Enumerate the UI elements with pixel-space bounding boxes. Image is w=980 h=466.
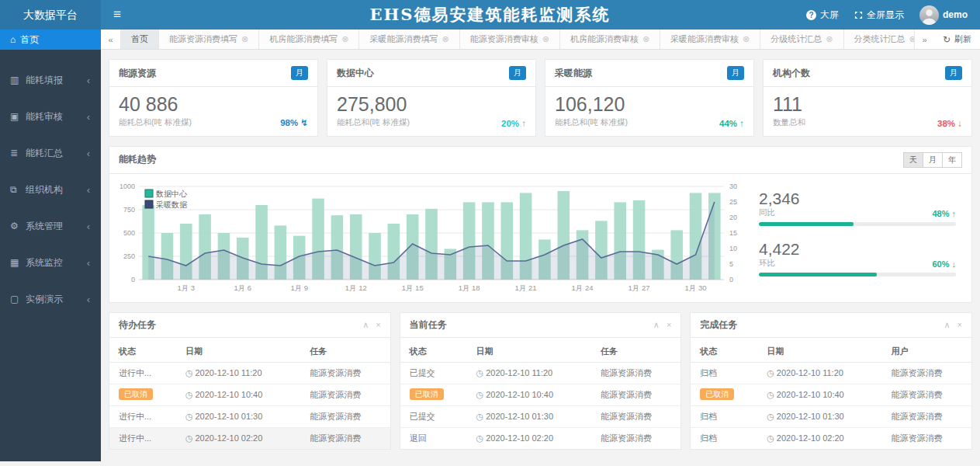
close-icon[interactable]: × <box>376 320 380 330</box>
task-panels-row: 待办任务∧×状态日期任务进行中...◷2020-12-10 11:20能源资源消… <box>109 312 972 450</box>
stat-value: 106,120 <box>555 93 628 116</box>
fullscreen-label: 全屏显示 <box>867 9 904 22</box>
svg-text:1月 9: 1月 9 <box>290 283 308 292</box>
task-table-header-row: 状态日期任务 <box>109 341 390 363</box>
sidebar-item[interactable]: ⧉组织机构‹ <box>0 172 101 208</box>
refresh-button[interactable]: ↻ 刷新 <box>934 30 980 49</box>
tab-label: 能源资源消费填写 <box>169 33 237 45</box>
tab-item[interactable]: 分类统计汇总⊗ <box>844 30 914 49</box>
fullscreen-icon <box>854 11 863 19</box>
tab-item[interactable]: 首页 <box>121 30 159 49</box>
tab-close-icon[interactable]: ⊗ <box>442 34 448 44</box>
sidebar-item[interactable]: ⚙系统管理‹ <box>0 208 101 245</box>
svg-text:1月 18: 1月 18 <box>459 283 480 292</box>
file-audit-icon: ▣ <box>10 99 21 135</box>
svg-text:750: 750 <box>123 206 135 214</box>
side-stat-value: 2,346 <box>759 190 800 207</box>
side-stat-top: 2,346同比48% ↑ <box>759 190 956 218</box>
tab-close-icon[interactable]: ⊗ <box>542 34 549 44</box>
svg-text:25: 25 <box>729 198 737 206</box>
date-cell: ◷2020-12-10 10:40 <box>176 384 300 405</box>
brand: 大数据平台 <box>0 0 101 30</box>
tab-close-icon[interactable]: ⊗ <box>642 34 649 44</box>
tab-item[interactable]: 能源资源消费填写⊗ <box>159 30 259 49</box>
month-badge[interactable]: 月 <box>727 66 744 80</box>
sidebar-item[interactable]: ▦系统监控‹ <box>0 245 101 281</box>
tab-item[interactable]: 分级统计汇总⊗ <box>760 30 843 49</box>
sidebar-item[interactable]: ≣能耗汇总‹ <box>0 135 101 172</box>
svg-text:1月 27: 1月 27 <box>629 283 650 292</box>
sidebar-item[interactable]: ▣能耗审核‹ <box>0 99 101 135</box>
close-icon[interactable]: × <box>957 320 962 330</box>
close-icon[interactable]: × <box>667 320 671 330</box>
date-cell: ◷2020-12-10 10:40 <box>757 384 881 405</box>
task-table-body: 归档◷2020-12-10 11:20能源资源消费已取消◷2020-12-10 … <box>691 362 971 449</box>
table-row: 已取消◷2020-12-10 10:40能源资源消费 <box>109 384 390 405</box>
table-row: 归档◷2020-12-10 02:20能源资源消费 <box>691 427 971 449</box>
stat-card-values: 111数量总和 <box>773 93 805 128</box>
side-stat-top: 4,422环比60% ↓ <box>759 240 956 269</box>
sidebar-item[interactable]: ▥能耗填报‹ <box>0 62 101 99</box>
table-row: 归档◷2020-12-10 11:20能源资源消费 <box>691 362 971 384</box>
tab-item[interactable]: 机房能源消费审核⊗ <box>560 30 660 49</box>
task-table-head: 状态日期任务 <box>400 341 681 363</box>
question-circle-icon: ? <box>806 10 816 20</box>
user-menu[interactable]: demo <box>919 5 968 25</box>
demo-screen-icon: ▢ <box>10 281 21 318</box>
collapse-icon[interactable]: ∧ <box>653 320 660 330</box>
tab-close-icon[interactable]: ⊗ <box>826 34 833 44</box>
range-button[interactable]: 天 <box>903 152 923 168</box>
task-panel-title: 完成任务 <box>700 318 737 332</box>
table-row: 已提交◷2020-12-10 11:20能源资源消费 <box>400 362 681 384</box>
column-header: 任务 <box>591 341 680 363</box>
task-cell: 能源资源消费 <box>591 405 680 427</box>
svg-text:10: 10 <box>729 245 737 252</box>
tab-label: 机房能源消费填写 <box>269 33 338 45</box>
task-table: 状态日期任务已提交◷2020-12-10 11:20能源资源消费已取消◷2020… <box>400 341 681 449</box>
month-badge[interactable]: 月 <box>291 66 308 80</box>
fullscreen-button[interactable]: 全屏显示 <box>854 9 904 22</box>
stat-card-body: 275,800能耗总和(吨 标准煤)20% ↑ <box>327 87 535 136</box>
progress-track <box>759 273 956 276</box>
sidebar-item-label: 能耗汇总 <box>26 148 63 158</box>
range-button[interactable]: 年 <box>942 152 962 168</box>
hamburger-icon[interactable]: ≡ <box>113 7 121 23</box>
status-cell: 归档 <box>691 427 757 449</box>
tabs-scroll-right-icon[interactable]: » <box>914 30 934 49</box>
bar-chart-icon: ▥ <box>10 62 21 99</box>
sidebar-item-home[interactable]: ⌂首页 <box>0 30 101 50</box>
app: 大数据平台 ≡ EHS德易安建筑能耗监测系统 ? 大屏 全屏显示 demo <box>0 0 980 466</box>
month-badge[interactable]: 月 <box>509 66 526 80</box>
range-button-group: 天月年 <box>904 152 962 168</box>
status-cell: 已取消 <box>109 384 176 405</box>
side-stat-label: 同比 <box>759 207 800 218</box>
month-badge[interactable]: 月 <box>945 66 962 80</box>
date-cell: ◷2020-12-10 11:20 <box>467 362 591 384</box>
tabs-scroll-left-icon[interactable]: « <box>101 30 121 49</box>
svg-text:采暖数据: 采暖数据 <box>156 200 188 209</box>
range-button[interactable]: 月 <box>923 152 943 168</box>
side-stat-left: 4,422环比 <box>759 240 800 269</box>
svg-text:1月 3: 1月 3 <box>177 283 195 292</box>
tab-item[interactable]: 采暖能源消费审核⊗ <box>660 30 760 49</box>
stat-sublabel: 能耗总和(吨 标准煤) <box>337 117 410 128</box>
tab-close-icon[interactable]: ⊗ <box>241 34 248 44</box>
tab-item[interactable]: 能源资源消费审核⊗ <box>460 30 560 49</box>
date-cell: ◷2020-12-10 11:20 <box>757 362 881 384</box>
tab-close-icon[interactable]: ⊗ <box>341 34 348 44</box>
bigscreen-button[interactable]: ? 大屏 <box>806 9 839 22</box>
stat-card-values: 40 886能耗总和(吨 标准煤) <box>119 93 192 128</box>
tab-item[interactable]: 采暖能源消费填写⊗ <box>359 30 459 49</box>
status-cell: 退回 <box>400 427 467 449</box>
stat-percent: 38% ↓ <box>937 119 962 128</box>
collapse-icon[interactable]: ∧ <box>362 320 369 330</box>
status-cell: 已取消 <box>691 384 757 405</box>
sidebar-item-label: 实例演示 <box>26 294 63 304</box>
collapse-icon[interactable]: ∧ <box>944 320 951 330</box>
tab-item[interactable]: 机房能源消费填写⊗ <box>259 30 359 49</box>
content: 能源资源月40 886能耗总和(吨 标准煤)98% ↯数据中心月275,800能… <box>101 50 980 466</box>
tab-close-icon[interactable]: ⊗ <box>743 34 750 44</box>
chevron-left-icon: ‹ <box>87 99 90 135</box>
sidebar-item[interactable]: ▢实例演示‹ <box>0 281 101 318</box>
avatar <box>919 5 939 25</box>
